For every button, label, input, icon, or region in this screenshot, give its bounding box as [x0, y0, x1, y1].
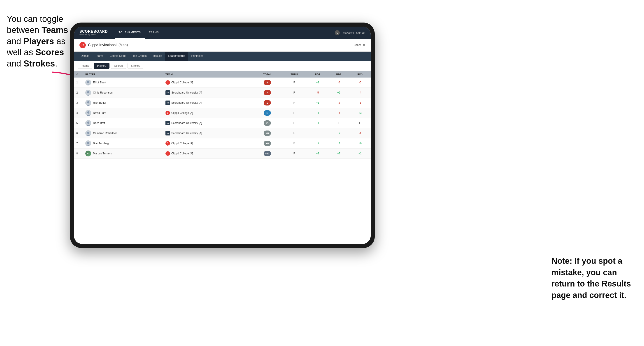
- rd3-cell: -1: [350, 128, 371, 138]
- col-team: TEAM: [163, 71, 253, 78]
- toggle-players[interactable]: Players: [94, 63, 110, 69]
- player-rank: 4: [74, 108, 83, 118]
- team-icon: C: [166, 111, 170, 115]
- table-row: 2 Chris Robertson SU Scoreboard Universi…: [74, 88, 371, 98]
- player-rank: 5: [74, 118, 83, 128]
- right-annotation: Note: If you spot a mistake, you can ret…: [552, 255, 637, 301]
- table-row: 1 Elliot Ebert C Clippd College [A] -8 F…: [74, 78, 371, 88]
- player-rank: 8: [74, 149, 83, 159]
- rd3-cell: +6: [350, 138, 371, 149]
- col-player: PLAYER: [83, 71, 163, 78]
- team-icon: SU: [166, 121, 170, 125]
- team-name: Scoreboard University [A]: [171, 132, 202, 135]
- tournament-header: C Clippd Invitational (Men) Cancel ✕: [74, 39, 371, 52]
- score-badge: E: [264, 110, 271, 116]
- close-icon: ✕: [363, 43, 365, 47]
- toggle-teams[interactable]: Teams: [78, 63, 92, 69]
- toggle-scores[interactable]: Scores: [111, 63, 126, 69]
- table-row: 6 Cameron Robertson SU Scoreboard Univer…: [74, 128, 371, 138]
- team-cell: SU Scoreboard University [A]: [163, 98, 253, 108]
- score-total-cell: -2: [253, 98, 282, 108]
- rd3-cell: +2: [350, 149, 371, 159]
- logo-text: SCOREBOARD: [80, 29, 108, 34]
- rd2-cell: -6: [328, 78, 350, 88]
- player-rank: 6: [74, 128, 83, 138]
- player-name-cell: Rees Britt: [83, 118, 163, 128]
- tab-results[interactable]: Results: [150, 52, 165, 61]
- rd3-cell: +3: [350, 108, 371, 118]
- sign-out-link[interactable]: Sign out: [356, 31, 365, 34]
- score-total-cell: +1: [253, 118, 282, 128]
- tournament-title-area: C Clippd Invitational (Men): [80, 42, 128, 48]
- table-row: 3 Rich Butler SU Scoreboard University […: [74, 98, 371, 108]
- player-avatar-person: [85, 120, 91, 126]
- score-badge: +11: [264, 151, 271, 156]
- team-cell-inner: SU Scoreboard University [A]: [166, 121, 251, 125]
- team-cell: C Clippd College [A]: [163, 149, 253, 159]
- team-cell: C Clippd College [A]: [163, 108, 253, 118]
- nav-teams[interactable]: TEAMS: [145, 27, 163, 39]
- player-cell: Rees Britt: [85, 120, 161, 126]
- left-annotation: You can toggle between Teams and Players…: [7, 13, 70, 69]
- rd1-cell: +2: [307, 138, 328, 149]
- rd1-cell: +2: [307, 149, 328, 159]
- player-avatar: [85, 90, 91, 96]
- team-cell: SU Scoreboard University [A]: [163, 88, 253, 98]
- player-cell: Chris Robertson: [85, 90, 161, 96]
- tab-leaderboards[interactable]: Leaderboards: [165, 52, 188, 61]
- rd2-cell: -4: [328, 108, 350, 118]
- svg-point-2: [87, 91, 90, 93]
- player-avatar: [85, 141, 91, 146]
- score-badge: +6: [264, 131, 271, 136]
- col-rd3: RD3: [350, 71, 371, 78]
- nav-tournaments[interactable]: TOURNAMENTS: [115, 27, 145, 39]
- player-name-cell: Cameron Robertson: [83, 128, 163, 138]
- rd2-cell: -2: [328, 98, 350, 108]
- svg-point-5: [87, 122, 90, 124]
- team-icon: SU: [166, 101, 170, 105]
- svg-point-4: [87, 111, 90, 114]
- col-rank: #: [74, 71, 83, 78]
- player-rank: 7: [74, 138, 83, 149]
- rd2-cell: +7: [328, 149, 350, 159]
- thru-cell: F: [282, 149, 307, 159]
- table-row: 8 MT Marcus Turners C Clippd College [A]…: [74, 149, 371, 159]
- player-rank: 2: [74, 88, 83, 98]
- team-cell-inner: SU Scoreboard University [A]: [166, 131, 251, 136]
- team-cell: C Clippd College [A]: [163, 138, 253, 149]
- logo-area: SCOREBOARD Powered by clippd: [80, 29, 108, 36]
- rd3-cell: -4: [350, 88, 371, 98]
- player-avatar-person: [85, 100, 91, 106]
- player-avatar-person: [85, 90, 91, 96]
- tab-details[interactable]: Details: [78, 52, 92, 61]
- user-name: Test User |: [342, 31, 354, 34]
- tab-teams[interactable]: Teams: [92, 52, 106, 61]
- tablet-frame: SCOREBOARD Powered by clippd TOURNAMENTS…: [70, 22, 375, 248]
- team-name: Clippd College [A]: [171, 142, 193, 145]
- tab-tee-groups[interactable]: Tee Groups: [129, 52, 150, 61]
- player-name: Rees Britt: [93, 122, 105, 125]
- team-cell-inner: C Clippd College [A]: [166, 80, 251, 85]
- toggle-strokes[interactable]: Strokes: [128, 63, 144, 69]
- player-name-cell: MT Marcus Turners: [83, 149, 163, 159]
- player-avatar-person: [85, 130, 91, 136]
- team-icon: SU: [166, 90, 170, 95]
- team-name: Scoreboard University [A]: [171, 101, 202, 104]
- thru-cell: F: [282, 98, 307, 108]
- player-name: Chris Robertson: [93, 91, 113, 94]
- col-total: TOTAL: [253, 71, 282, 78]
- rd2-cell: +2: [328, 128, 350, 138]
- cancel-button[interactable]: Cancel ✕: [354, 43, 365, 47]
- team-name: Scoreboard University [A]: [171, 122, 202, 125]
- team-name: Clippd College [A]: [171, 152, 193, 155]
- team-cell-inner: C Clippd College [A]: [166, 141, 251, 146]
- tab-printables[interactable]: Printables: [188, 52, 206, 61]
- tab-course-setup[interactable]: Course Setup: [106, 52, 129, 61]
- team-cell: SU Scoreboard University [A]: [163, 118, 253, 128]
- col-rd2: RD2: [328, 71, 350, 78]
- rd1-cell: -5: [307, 88, 328, 98]
- players-table: # PLAYER TEAM TOTAL THRU RD1 RD2 RD3 1: [74, 71, 371, 159]
- player-name: Elliot Ebert: [93, 81, 106, 84]
- top-nav: SCOREBOARD Powered by clippd TOURNAMENTS…: [74, 27, 371, 39]
- table-row: 4 David Ford C Clippd College [A] E F +1…: [74, 108, 371, 118]
